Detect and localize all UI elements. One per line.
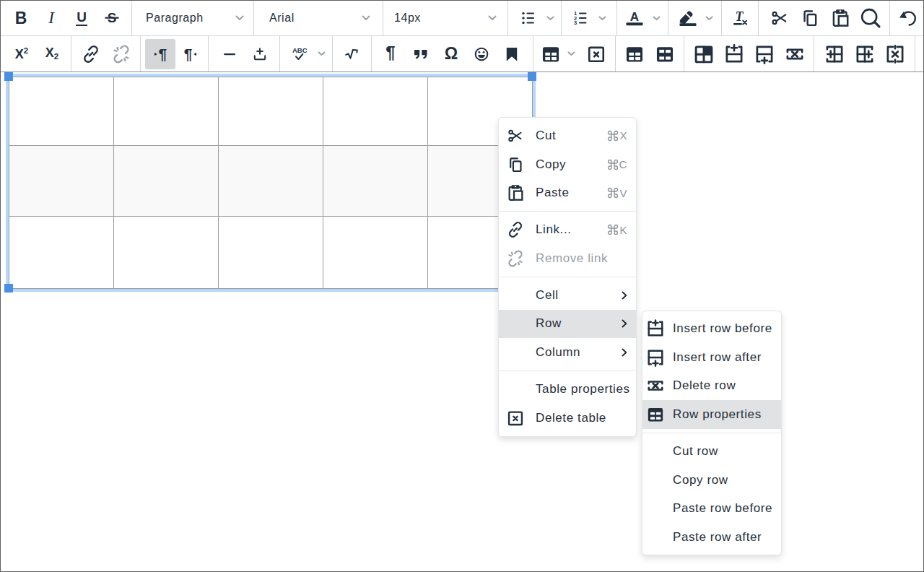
svg-text:T: T <box>736 9 744 24</box>
svg-text:¶: ¶ <box>184 46 193 62</box>
svg-text:ABC: ABC <box>292 46 308 54</box>
svg-text:3: 3 <box>574 20 577 26</box>
svg-text:¶: ¶ <box>158 46 167 62</box>
svg-text:A: A <box>630 10 639 24</box>
